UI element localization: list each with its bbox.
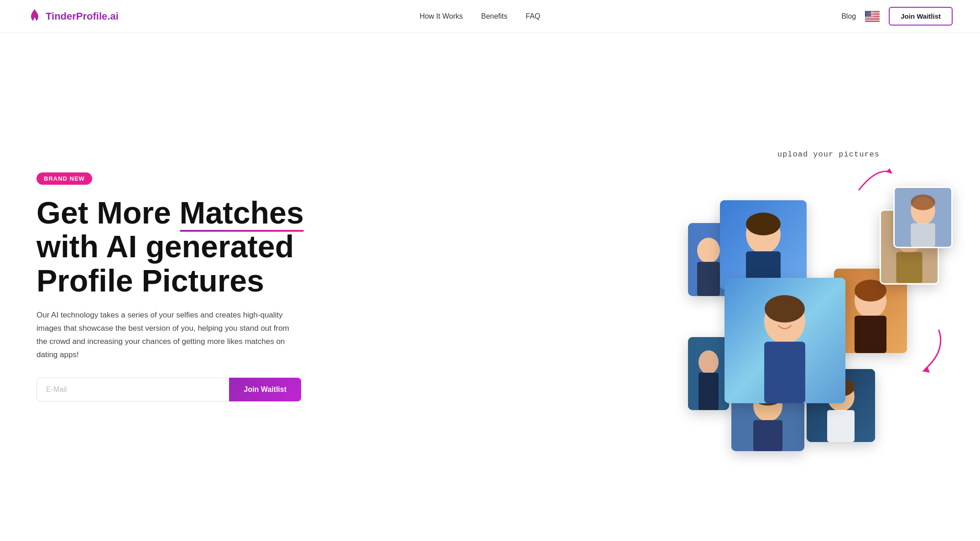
hero-section: BRAND NEW Get More upload your picturesM… (0, 33, 980, 541)
svg-marker-13 (886, 168, 892, 174)
svg-point-24 (746, 213, 781, 235)
hero-content: BRAND NEW Get More upload your picturesM… (36, 172, 304, 402)
logo[interactable]: TinderProfile.ai (27, 8, 119, 25)
svg-rect-5 (865, 18, 880, 19)
nav-blog[interactable]: Blog (841, 12, 856, 21)
nav-benefits[interactable]: Benefits (481, 12, 507, 21)
svg-rect-55 (896, 252, 922, 283)
hero-description: Our AI technology takes a series of your… (36, 309, 292, 362)
nav-right: Blog ★★★★★★ ★★★★★ ★★★★★★ ★★★★★ ★★★★★★ Jo… (841, 7, 953, 26)
navbar: TinderProfile.ai How It Works Benefits F… (0, 0, 980, 33)
join-waitlist-button[interactable]: Join Waitlist (229, 378, 301, 401)
hero-title-line1: Get More upload your picturesMatches (36, 195, 304, 230)
svg-rect-40 (753, 420, 782, 451)
email-input[interactable] (36, 378, 229, 401)
svg-rect-31 (855, 316, 886, 353)
svg-rect-45 (827, 410, 855, 442)
language-flag-icon[interactable]: ★★★★★★ ★★★★★ ★★★★★★ ★★★★★ ★★★★★★ (865, 11, 880, 22)
nav-join-waitlist-button[interactable]: Join Waitlist (889, 7, 953, 26)
svg-point-52 (911, 194, 935, 210)
photo-grid (688, 187, 953, 424)
svg-point-19 (765, 295, 805, 323)
svg-point-37 (699, 354, 718, 370)
nav-faq[interactable]: FAQ (526, 12, 540, 21)
upload-annotation-text: upload your pictures (777, 150, 880, 159)
hero-title-line3: Profile Pictures (36, 263, 264, 298)
hero-collage: upload your pictures (688, 146, 953, 428)
logo-flame-icon (27, 8, 42, 25)
hero-title-line2: with AI generated (36, 229, 294, 264)
photo-card-upload1 (893, 187, 953, 248)
photo-card-topleft-medium (720, 200, 807, 289)
svg-rect-36 (699, 373, 719, 410)
waitlist-form: Join Waitlist (36, 378, 301, 401)
svg-text:★★★★★★: ★★★★★★ (866, 16, 874, 17)
hero-title: Get More upload your picturesMatches wit… (36, 196, 304, 298)
nav-links: How It Works Benefits FAQ (420, 12, 541, 21)
svg-point-28 (698, 241, 719, 260)
svg-rect-50 (911, 223, 935, 247)
photo-card-main (725, 278, 845, 403)
svg-rect-17 (764, 342, 805, 403)
svg-rect-27 (697, 262, 720, 296)
photo-card-bottom-left (688, 337, 729, 410)
svg-rect-6 (865, 20, 880, 21)
logo-text: TinderProfile.ai (46, 10, 119, 22)
nav-how-it-works[interactable]: How It Works (420, 12, 463, 21)
brand-new-badge: BRAND NEW (36, 172, 92, 185)
